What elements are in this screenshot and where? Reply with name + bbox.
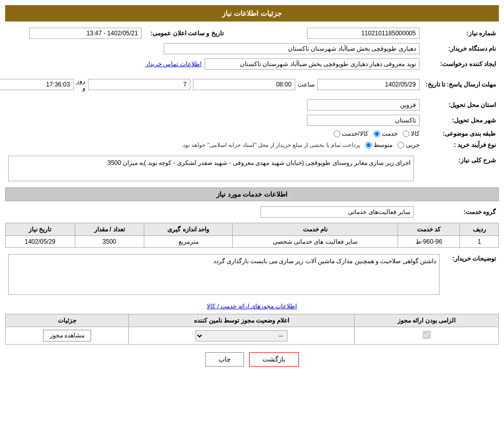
category-kala-item[interactable]: کالا (403, 130, 420, 137)
print-button[interactable]: چاپ (205, 352, 244, 367)
response-date-field: 1402/05/29 (317, 79, 420, 90)
remaining-days-field: 7 (88, 79, 190, 90)
info-table: شماره نیاز: 1102101185000005 تاریخ و ساع… (0, 26, 499, 151)
requester-label: ایجاد کننده درخواست: (423, 56, 499, 72)
permits-table: الزامی بودن ارائه مجوز اعلام وضعیت مجوز … (5, 314, 499, 345)
view-permit-button[interactable]: مشاهده مجوز (43, 330, 91, 342)
date-announce-value: 1402/05/21 - 13:47 (0, 26, 145, 41)
buyer-org-label: نام دستگاه خریدار: (423, 41, 499, 56)
process-jozi-radio[interactable] (398, 142, 404, 148)
process-motevaset-item[interactable]: متوسط (365, 141, 392, 148)
need-number-value: 1102101185000005 (227, 26, 423, 41)
cell-row: 1 (460, 236, 499, 248)
category-kala-radio[interactable] (403, 131, 409, 137)
city-value: تاکستان (0, 113, 423, 128)
description-label: شرح کلی نیاز: (417, 154, 499, 183)
category-options: کالا خدمت کالا/خدمت (0, 128, 423, 139)
response-time-field: 08:00 (193, 79, 295, 90)
description-box: اجرای زیر سازی معابر روستای طویوقچی (خیا… (8, 156, 414, 181)
category-khedmat-item[interactable]: خدمت (374, 130, 398, 137)
requester-field: نوید معروفی دهیار دهیاری طویوقچی بخش ضیا… (205, 58, 420, 70)
response-deadline-row: 1402/05/29 ساعت 08:00 7 روز و 17:36:03 س… (0, 72, 423, 97)
buyer-notes-value: داشتن گواهی صلاحیت و همچنین مدارک ماشین … (5, 252, 443, 298)
cell-name: سایر فعالیت های خدماتی شخصی (233, 236, 398, 248)
category-kala-khedmat-item[interactable]: کالا/خدمت (334, 130, 368, 137)
category-khedmat-radio[interactable] (374, 131, 380, 137)
service-group-field: سایر فعالیت‌های خدماتی (260, 206, 414, 218)
service-group-table: گروه خدمت: سایر فعالیت‌های خدماتی (5, 204, 499, 220)
back-button[interactable]: بازگشت (249, 352, 299, 367)
cell-quantity: 3500 (75, 236, 144, 248)
permits-required-cell (355, 327, 499, 345)
process-options: جزیی متوسط پرداخت تمام یا بخشی از مبلغ خ… (0, 139, 423, 151)
permits-status-select[interactable]: -- (195, 330, 288, 342)
permits-section-link[interactable]: اطلاعات مجوزهای ارائه خدمت / کالا (5, 303, 499, 310)
buyer-notes-field[interactable]: داشتن گواهی صلاحیت و همچنین مدارک ماشین … (8, 254, 440, 295)
category-khedmat-label: خدمت (382, 130, 398, 137)
service-group-label: گروه خدمت: (417, 204, 499, 220)
process-jozi-label: جزیی (406, 141, 420, 148)
category-kala-khedmat-label: کالا/خدمت (342, 130, 368, 137)
contact-link[interactable]: اطلاعات تماس خریدار (145, 60, 202, 68)
col-code: کد خدمت (398, 223, 460, 236)
province-label: استان محل تحویل: (423, 97, 499, 113)
category-kala-khedmat-radio[interactable] (334, 131, 340, 137)
permits-col-details: جزئیات (6, 314, 129, 327)
buyer-notes-label: توضیحات خریدار: (443, 252, 499, 298)
table-row: 1 960-96-ط سایر فعالیت های خدماتی شخصی م… (6, 236, 499, 248)
response-deadline-label: مهلت ارسال پاسخ: تا تاریخ: (423, 72, 499, 97)
col-unit: واحد اندازه گیری (144, 223, 232, 236)
permits-status-cell[interactable]: -- (128, 327, 355, 345)
col-date: تاریخ نیاز (6, 223, 75, 236)
process-note: پرداخت تمام یا بخشی از مبلغ خریدار از مح… (181, 142, 360, 148)
permits-required-checkbox[interactable] (423, 331, 431, 339)
province-field: قزوین (307, 99, 420, 111)
services-table: ردیف کد خدمت نام خدمت واحد اندازه گیری ت… (5, 223, 499, 248)
date-announce-field: 1402/05/21 - 13:47 (29, 28, 142, 39)
date-announce-label: تاریخ و ساعت اعلان عمومی: (145, 26, 227, 41)
permits-col-required: الزامی بودن ارائه مجوز (355, 314, 499, 327)
process-motevaset-label: متوسط (374, 141, 392, 148)
process-jozi-item[interactable]: جزیی (398, 141, 420, 148)
process-label: نوع فرآیند خرید : (423, 139, 499, 151)
process-motevaset-radio[interactable] (365, 142, 372, 148)
cell-date: 1402/05/29 (6, 236, 75, 248)
service-group-value: سایر فعالیت‌های خدماتی (5, 204, 417, 220)
description-value: اجرای زیر سازی معابر روستای طویوقچی (خیا… (5, 154, 417, 183)
province-value: قزوین (0, 97, 423, 113)
col-quantity: تعداد / مقدار (75, 223, 144, 236)
category-label: طبقه بندی موضوعی: (423, 128, 499, 139)
permits-row: -- مشاهده مجوز (6, 327, 499, 345)
permits-col-status: اعلام وضعیت مجوز توسط نامین کننده (128, 314, 355, 327)
buyer-notes-table: توضیحات خریدار: داشتن گواهی صلاحیت و همچ… (5, 252, 499, 298)
category-kala-label: کالا (411, 130, 420, 137)
action-buttons: بازگشت چاپ (5, 352, 499, 367)
col-name: نام خدمت (233, 223, 398, 236)
remaining-days-label: روز و (76, 77, 85, 92)
services-section-header: اطلاعات خدمات مورد نیاز (5, 187, 499, 201)
remaining-time-field: 17:36:03 (0, 79, 74, 90)
need-number-field: 1102101185000005 (307, 28, 420, 39)
col-row: ردیف (460, 223, 499, 236)
response-time-label: ساعت (298, 81, 315, 88)
permits-details-cell[interactable]: مشاهده مجوز (6, 327, 129, 345)
buyer-org-field: دهیاری طویوقچی بخش ضیاآباد شهرستان تاکست… (164, 43, 420, 54)
page-title: جزئیات اطلاعات نیاز (5, 5, 499, 22)
buyer-org-value: دهیاری طویوقچی بخش ضیاآباد شهرستان تاکست… (0, 41, 423, 56)
city-field: تاکستان (307, 115, 420, 126)
cell-code: 960-96-ط (398, 236, 460, 248)
city-label: شهر محل تحویل: (423, 113, 499, 128)
description-table: شرح کلی نیاز: اجرای زیر سازی معابر روستا… (5, 154, 499, 183)
requester-value: نوید معروفی دهیار دهیاری طویوقچی بخش ضیا… (0, 56, 423, 72)
need-number-label: شماره نیاز: (423, 26, 499, 41)
cell-unit: مترمربع (144, 236, 232, 248)
